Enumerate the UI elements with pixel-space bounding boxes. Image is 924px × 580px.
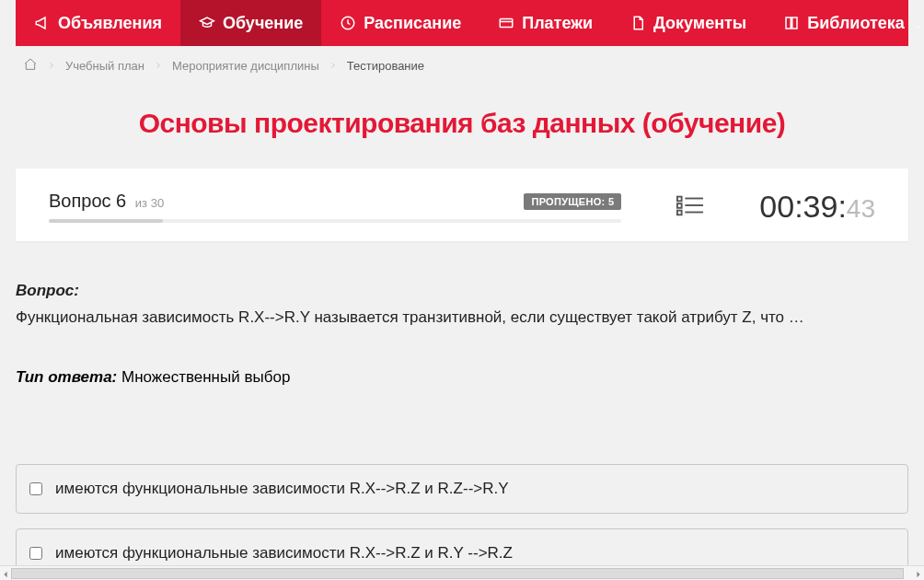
answer-type: Тип ответа: Множественный выбор — [16, 368, 908, 387]
question-total: из 30 — [135, 196, 164, 210]
progress-bar — [49, 219, 621, 223]
graduation-cap-icon — [199, 15, 215, 31]
chevron-right-icon — [47, 59, 56, 73]
nav-label: Объявления — [58, 14, 162, 33]
main-nav: Объявления Обучение Расписание Платежи Д… — [16, 0, 908, 46]
question-body: Вопрос: Функциональная зависимость R.X--… — [16, 241, 908, 409]
home-icon[interactable] — [23, 57, 38, 75]
option-text: имеются функциональные зависимости R.X--… — [55, 480, 509, 498]
scroll-right-arrow[interactable] — [915, 565, 922, 581]
nav-label: Расписание — [364, 14, 461, 33]
document-icon — [629, 15, 646, 31]
option-checkbox[interactable] — [29, 547, 42, 560]
nav-payments[interactable]: Платежи — [479, 0, 611, 46]
option-checkbox[interactable] — [29, 482, 42, 495]
answer-type-value: Множественный выбор — [121, 368, 290, 386]
nav-documents[interactable]: Документы — [611, 0, 765, 46]
nav-label: Документы — [653, 14, 746, 33]
option-text: имеются функциональные зависимости R.X--… — [55, 544, 513, 563]
svg-rect-4 — [677, 203, 682, 208]
scroll-left-arrow[interactable] — [2, 565, 9, 581]
options-list: имеются функциональные зависимости R.X--… — [16, 464, 908, 566]
timer-main: 00:39: — [759, 189, 847, 225]
scroll-thumb[interactable] — [11, 568, 904, 579]
option-item[interactable]: имеются функциональные зависимости R.X--… — [16, 528, 908, 566]
horizontal-scrollbar[interactable] — [0, 565, 924, 580]
svg-rect-2 — [677, 196, 682, 201]
skipped-badge: ПРОПУЩЕНО: 5 — [524, 193, 621, 210]
breadcrumb-link[interactable]: Мероприятие дисциплины — [172, 59, 319, 73]
timer-fraction: 43 — [847, 194, 875, 224]
nav-announcements[interactable]: Объявления — [16, 0, 180, 46]
chevron-down-icon — [912, 17, 923, 29]
nav-library[interactable]: Библиотека — [765, 0, 924, 46]
timer: 00:39:43 — [759, 189, 875, 225]
question-list-icon[interactable] — [676, 194, 704, 220]
question-number-label: Вопрос 6 — [49, 191, 132, 211]
nav-label: Библиотека — [807, 14, 905, 33]
megaphone-icon — [34, 15, 51, 31]
chevron-right-icon — [329, 59, 338, 73]
question-label: Вопрос: — [16, 282, 908, 300]
progress-fill — [49, 219, 163, 223]
page-title: Основы проектирования баз данных (обучен… — [16, 108, 908, 139]
book-icon — [783, 15, 800, 31]
breadcrumb: Учебный план Мероприятие дисциплины Тест… — [16, 46, 908, 86]
question-text: Функциональная зависимость R.X-->R.Y наз… — [16, 306, 908, 330]
option-item[interactable]: имеются функциональные зависимости R.X--… — [16, 464, 908, 514]
nav-schedule[interactable]: Расписание — [321, 0, 479, 46]
status-card: Вопрос 6 из 30 ПРОПУЩЕНО: 5 — [16, 168, 908, 241]
nav-label: Обучение — [223, 14, 303, 33]
nav-label: Платежи — [522, 14, 593, 33]
breadcrumb-current: Тестирование — [347, 59, 424, 73]
svg-rect-1 — [500, 19, 513, 28]
payment-icon — [498, 15, 514, 31]
clock-icon — [340, 15, 356, 31]
chevron-right-icon — [154, 59, 163, 73]
scroll-track[interactable] — [11, 568, 913, 579]
answer-type-label: Тип ответа: — [16, 368, 117, 386]
breadcrumb-link[interactable]: Учебный план — [65, 59, 144, 73]
nav-learning[interactable]: Обучение — [180, 0, 321, 46]
svg-rect-6 — [677, 210, 682, 215]
